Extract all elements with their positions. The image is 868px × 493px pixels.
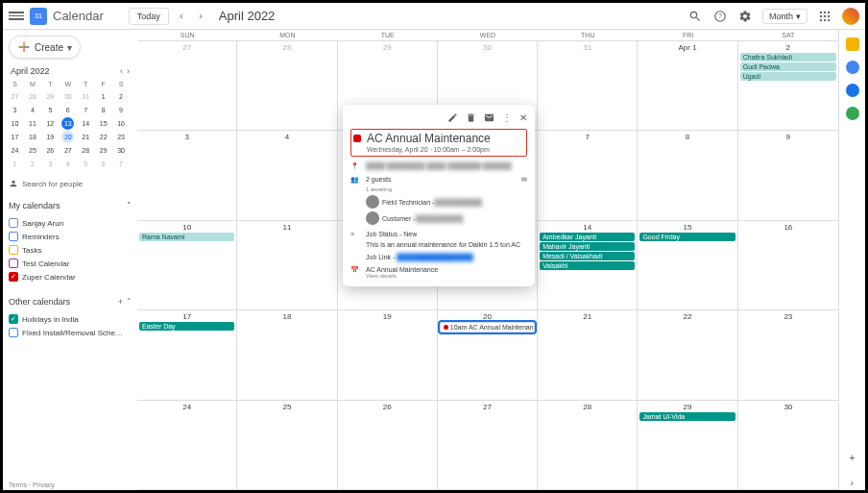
mini-day[interactable]: 28 — [26, 90, 38, 103]
mini-day[interactable]: 30 — [115, 144, 128, 157]
account-avatar[interactable] — [842, 8, 859, 25]
mini-day[interactable]: 16 — [115, 117, 128, 130]
mini-day[interactable]: 7 — [80, 104, 92, 116]
mini-day[interactable]: 24 — [9, 144, 21, 157]
mini-day[interactable]: 29 — [44, 90, 57, 103]
footer-links[interactable]: Terms · Privacy — [9, 481, 55, 488]
mini-day[interactable]: 17 — [9, 131, 21, 143]
mini-day[interactable]: 6 — [97, 158, 109, 170]
day-cell[interactable]: 17Easter Day — [137, 310, 237, 399]
event-chip[interactable]: Vaisakhi — [540, 261, 635, 270]
mail-icon[interactable] — [484, 112, 494, 125]
keep-icon[interactable] — [846, 37, 859, 51]
help-icon[interactable]: ? — [712, 9, 728, 24]
day-cell[interactable]: 3 — [137, 131, 237, 219]
maps-icon[interactable] — [846, 107, 859, 120]
mini-day[interactable]: 27 — [61, 144, 74, 157]
day-cell[interactable]: 16 — [738, 221, 838, 309]
apps-icon[interactable] — [817, 9, 832, 24]
search-icon[interactable] — [687, 9, 703, 24]
calendar-checkbox[interactable] — [9, 272, 18, 282]
day-cell[interactable]: 19 — [338, 310, 438, 399]
mini-day[interactable]: 31 — [80, 90, 92, 103]
calendar-checkbox[interactable] — [9, 218, 18, 228]
event-chip[interactable]: Ambedkar Jayanti — [540, 233, 635, 241]
settings-icon[interactable] — [737, 9, 753, 24]
mini-day[interactable]: 1 — [9, 158, 21, 170]
event-chip[interactable]: 10am AC Annual Maintenance — [440, 322, 535, 333]
mini-day[interactable]: 19 — [44, 131, 57, 143]
day-cell[interactable]: 18 — [237, 310, 337, 399]
collapse-panel-icon[interactable]: › — [845, 475, 860, 490]
day-cell[interactable]: 29Jamat Ul-Vida — [638, 401, 737, 489]
calendar-item[interactable]: Reminders — [9, 230, 132, 243]
day-cell[interactable]: 2010am AC Annual Maintenance — [438, 310, 538, 399]
email-guests-icon[interactable]: ✉ — [521, 176, 527, 184]
search-people[interactable]: Search for people — [9, 176, 132, 191]
mini-day[interactable]: 4 — [61, 158, 74, 170]
add-calendar-icon[interactable]: + — [118, 297, 123, 307]
event-chip[interactable]: Easter Day — [139, 322, 234, 331]
mini-day[interactable]: 15 — [97, 117, 109, 130]
mini-day[interactable]: 30 — [61, 90, 74, 103]
mini-day[interactable]: 21 — [80, 131, 92, 143]
calendar-checkbox[interactable] — [9, 328, 18, 337]
my-calendars-header[interactable]: My calendars˄ — [9, 199, 132, 212]
calendar-checkbox[interactable] — [9, 314, 18, 324]
mini-day[interactable]: 18 — [26, 131, 38, 143]
today-button[interactable]: Today — [129, 8, 169, 25]
mini-day[interactable]: 7 — [115, 158, 128, 170]
event-chip[interactable]: Good Friday — [639, 233, 735, 241]
calendar-item[interactable]: Test Calendar — [9, 257, 132, 270]
mini-day[interactable]: 9 — [115, 104, 128, 116]
mini-day[interactable]: 25 — [26, 144, 38, 157]
edit-icon[interactable] — [447, 112, 458, 125]
day-cell[interactable]: 22 — [638, 310, 737, 399]
calendar-item[interactable]: Tasks — [9, 243, 132, 257]
next-month-icon[interactable]: › — [194, 10, 207, 23]
calendar-checkbox[interactable] — [9, 259, 18, 268]
mini-day[interactable]: 5 — [80, 158, 92, 170]
event-chip[interactable]: Jamat Ul-Vida — [639, 412, 735, 421]
other-calendars-header[interactable]: Other calendars+˄ — [9, 295, 132, 308]
calendar-checkbox[interactable] — [9, 245, 18, 255]
day-cell[interactable]: 15Good Friday — [638, 221, 737, 309]
day-cell[interactable]: 31 — [538, 41, 638, 130]
mini-day[interactable]: 20 — [61, 131, 74, 143]
event-chip[interactable]: Chaitra Sukhladi — [740, 53, 836, 62]
day-cell[interactable]: 7 — [538, 131, 638, 219]
day-cell[interactable]: 11 — [237, 221, 337, 309]
mini-day[interactable]: 10 — [9, 117, 21, 130]
calendar-item[interactable]: Fixed Install/Removal Sche… — [9, 326, 132, 339]
mini-day[interactable]: 29 — [97, 144, 109, 157]
mini-day[interactable]: 3 — [44, 158, 57, 170]
event-chip[interactable]: Mahavir Jayanti — [540, 242, 635, 251]
mini-day[interactable]: 27 — [9, 90, 21, 103]
event-chip[interactable]: Mesadi / Vaisakhadi — [540, 252, 635, 260]
event-chip[interactable]: Rama Navami — [139, 233, 234, 241]
mini-next-icon[interactable]: › — [127, 66, 130, 76]
menu-icon[interactable] — [9, 9, 24, 24]
day-cell[interactable]: 25 — [237, 401, 337, 489]
mini-day[interactable]: 14 — [80, 117, 92, 130]
day-cell[interactable]: 28 — [237, 41, 337, 130]
day-cell[interactable]: 10Rama Navami — [137, 221, 237, 309]
calendar-checkbox[interactable] — [9, 232, 18, 241]
add-panel-icon[interactable]: + — [845, 450, 860, 465]
mini-day[interactable]: 26 — [44, 144, 57, 157]
mini-day[interactable]: 1 — [97, 90, 109, 103]
mini-day[interactable]: 28 — [80, 144, 92, 157]
contacts-icon[interactable] — [846, 84, 859, 97]
event-chip[interactable]: Gudi Padwa — [740, 62, 836, 71]
mini-day[interactable]: 11 — [26, 117, 38, 130]
calendar-item[interactable]: Sanjay Arun — [9, 216, 132, 230]
day-cell[interactable]: 2Chaitra SukhladiGudi PadwaUgadi — [738, 41, 838, 130]
mini-day[interactable]: 2 — [26, 158, 38, 170]
day-cell[interactable]: 14Ambedkar JayantiMahavir JayantiMesadi … — [538, 221, 638, 309]
tasks-icon[interactable] — [846, 61, 859, 74]
options-icon[interactable]: ⋮ — [502, 112, 512, 125]
calendar-item[interactable]: Zuper Calendar — [9, 270, 132, 283]
calendar-item[interactable]: Holidays in India — [9, 312, 132, 326]
day-cell[interactable]: 21 — [538, 310, 638, 399]
mini-day[interactable]: 4 — [26, 104, 38, 116]
